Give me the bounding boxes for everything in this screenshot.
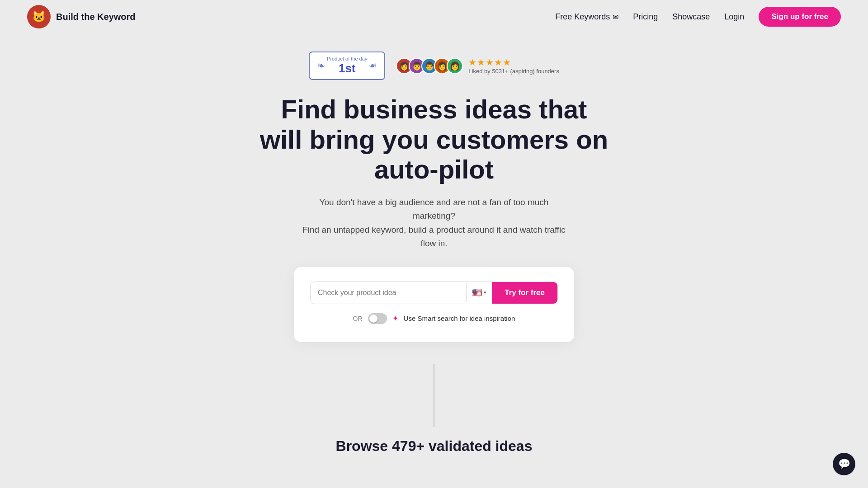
nav-link-free-keywords[interactable]: Free Keywords ✉ (555, 12, 618, 22)
smart-search-row: OR ✦ Use Smart search for idea inspirati… (310, 313, 558, 324)
nav-link-login[interactable]: Login (724, 12, 744, 22)
laurel-right-icon: ❧ (369, 60, 377, 72)
or-label: OR (353, 315, 363, 322)
product-of-day-badge: ❧ Product of the day 1st ❧ (309, 52, 385, 80)
mail-icon: ✉ (613, 13, 618, 21)
avatar-group: 👩 👨 👨 👩 👩 (396, 58, 463, 74)
smart-search-toggle[interactable] (368, 313, 387, 324)
stars-rating: ★★★★★ (468, 57, 511, 68)
country-flag-select[interactable]: 🇺🇸 ▾ (466, 283, 492, 302)
search-box: 🇺🇸 ▾ Try for free OR ✦ Use Smart search … (294, 267, 574, 342)
chevron-down-icon: ▾ (484, 290, 486, 296)
nav-links: Free Keywords ✉ Pricing Showcase Login S… (555, 7, 841, 27)
scroll-divider (434, 364, 434, 427)
proof-text: ★★★★★ Liked by 5031+ (aspiring) founders (468, 57, 559, 75)
nav-link-showcase[interactable]: Showcase (672, 12, 710, 22)
nav-link-label: Pricing (633, 12, 658, 22)
hero-headline: Find business ideas that will bring you … (258, 94, 610, 185)
badge-text: Product of the day 1st (327, 56, 367, 75)
hero-section: ❧ Product of the day 1st ❧ 👩 👨 👨 👩 👩 ★★★… (0, 33, 868, 346)
sparkle-icon: ✦ (392, 314, 398, 323)
try-for-free-button[interactable]: Try for free (492, 282, 557, 304)
toggle-thumb (369, 314, 377, 323)
hero-subtitle: You don't have a big audience and are no… (298, 196, 570, 251)
browse-title: Browse 479+ validated ideas (0, 438, 868, 455)
social-proof: 👩 👨 👨 👩 👩 ★★★★★ Liked by 5031+ (aspiring… (396, 57, 559, 75)
nav-logo-group: 🐱 Build the Keyword (27, 5, 136, 28)
laurel-left-icon: ❧ (317, 60, 325, 72)
badges-row: ❧ Product of the day 1st ❧ 👩 👨 👨 👩 👩 ★★★… (309, 52, 559, 80)
search-input[interactable] (311, 282, 466, 303)
navbar: 🐱 Build the Keyword Free Keywords ✉ Pric… (0, 0, 868, 33)
logo-icon: 🐱 (27, 5, 51, 28)
chat-icon: 💬 (838, 458, 850, 470)
founders-count-label: Liked by 5031+ (aspiring) founders (468, 68, 559, 75)
browse-section: Browse 479+ validated ideas (0, 438, 868, 473)
chat-bubble-button[interactable]: 💬 (833, 453, 855, 475)
nav-link-label: Free Keywords (555, 12, 610, 22)
flag-icon: 🇺🇸 (472, 288, 482, 298)
nav-link-label: Showcase (672, 12, 710, 22)
signup-button[interactable]: Sign up for free (759, 7, 841, 27)
nav-link-label: Login (724, 12, 744, 22)
logo-text: Build the Keyword (56, 12, 136, 22)
smart-search-label: Use Smart search for idea inspiration (404, 314, 515, 322)
avatar: 👩 (447, 58, 463, 74)
search-row: 🇺🇸 ▾ Try for free (310, 282, 558, 304)
nav-link-pricing[interactable]: Pricing (633, 12, 658, 22)
